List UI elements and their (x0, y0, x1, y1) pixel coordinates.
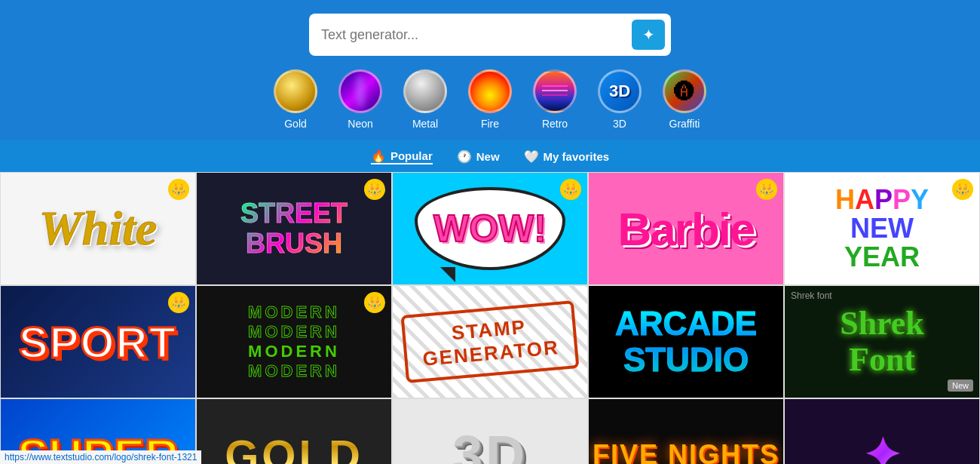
graffiti-label: Graffiti (669, 118, 700, 130)
search-bar: ✦ (309, 14, 671, 56)
graffiti-circle: 🅐 (663, 69, 706, 113)
clock-tab-icon: 🕐 (457, 149, 472, 164)
filter-metal[interactable]: Metal (403, 69, 447, 130)
neon-circle (338, 69, 382, 113)
favorite-badge: 👑 (364, 179, 385, 200)
list-item[interactable]: GOLD (196, 398, 392, 464)
list-item[interactable]: ARCADESTUDIO (588, 285, 784, 398)
list-item[interactable]: 3D (392, 398, 588, 464)
favorite-badge: 👑 (952, 179, 973, 200)
tab-favorites-label: My favorites (544, 150, 610, 163)
favorite-badge: 👑 (168, 292, 189, 313)
retro-lines-icon (539, 75, 571, 107)
favorite-badge: 👑 (364, 292, 385, 313)
stamp-text: STAMPGENERATOR (420, 312, 560, 371)
new-badge: New (948, 379, 973, 392)
retro-label: Retro (542, 118, 568, 130)
filter-fire[interactable]: Fire (468, 69, 512, 130)
list-item[interactable]: Shrek font ShrekFont New (784, 285, 980, 398)
list-item[interactable]: Barbie 👑 (588, 172, 784, 285)
list-item[interactable]: STAMPGENERATOR (392, 285, 588, 398)
metal-circle (403, 69, 447, 113)
3d-circle-text: 3D (609, 81, 630, 101)
3d-label: 3D (613, 118, 626, 130)
list-item[interactable]: FIVE NIGHTS (588, 398, 784, 464)
3d-circle: 3D (598, 69, 642, 113)
list-item[interactable]: MODERN MODERN MODERN MODERN 👑 (196, 285, 392, 398)
shrek-font-label: Shrek font (791, 290, 832, 301)
filter-gold[interactable]: Gold (274, 69, 317, 130)
list-item[interactable]: SPORT 👑 (0, 285, 196, 398)
retro-circle (533, 69, 577, 113)
search-button[interactable]: ✦ (632, 20, 665, 50)
wow-text: WOW! (433, 207, 547, 250)
tab-new[interactable]: 🕐 New (457, 149, 500, 164)
nav-tabs: 🔥 Popular 🕐 New 🤍 My favorites (0, 140, 980, 172)
list-item[interactable]: STREETBRUSH 👑 (196, 172, 392, 285)
url-bar: https://www.textstudio.com/logo/shrek-fo… (0, 450, 201, 464)
retro-inner (535, 72, 574, 111)
list-item[interactable]: HAPPY NEW YEAR 👑 (784, 172, 980, 285)
gold-label: Gold (284, 118, 307, 130)
wand-icon: ✦ (642, 26, 655, 44)
graffiti-icon: 🅐 (674, 79, 695, 104)
search-input[interactable] (321, 27, 632, 43)
fire-circle (468, 69, 512, 113)
filter-graffiti[interactable]: 🅐 Graffiti (663, 69, 706, 130)
tab-new-label: New (476, 150, 500, 163)
tab-popular[interactable]: 🔥 Popular (371, 149, 433, 164)
filter-retro[interactable]: Retro (533, 69, 577, 130)
favorite-badge: 👑 (168, 179, 189, 200)
list-item[interactable]: ✦ (784, 398, 980, 464)
list-item[interactable]: WOW! 👑 (392, 172, 588, 285)
metal-label: Metal (412, 118, 438, 130)
gold-circle (274, 69, 317, 113)
favorite-badge: 👑 (560, 179, 581, 200)
heart-tab-icon: 🤍 (524, 149, 539, 164)
tab-favorites[interactable]: 🤍 My favorites (524, 149, 610, 164)
list-item[interactable]: White 👑 (0, 172, 196, 285)
grid-container: White 👑 STREETBRUSH 👑 WOW! 👑 Barbie 👑 HA… (0, 172, 980, 464)
tab-popular-label: Popular (390, 149, 433, 162)
filter-neon[interactable]: Neon (338, 69, 382, 130)
header: ✦ Gold Neon Metal Fire (0, 0, 980, 140)
neon-label: Neon (348, 118, 372, 130)
filter-3d[interactable]: 3D 3D (598, 69, 642, 130)
fire-label: Fire (481, 118, 499, 130)
fire-tab-icon: 🔥 (371, 149, 386, 163)
favorite-badge: 👑 (756, 179, 777, 200)
style-filters: Gold Neon Metal Fire (274, 69, 706, 140)
